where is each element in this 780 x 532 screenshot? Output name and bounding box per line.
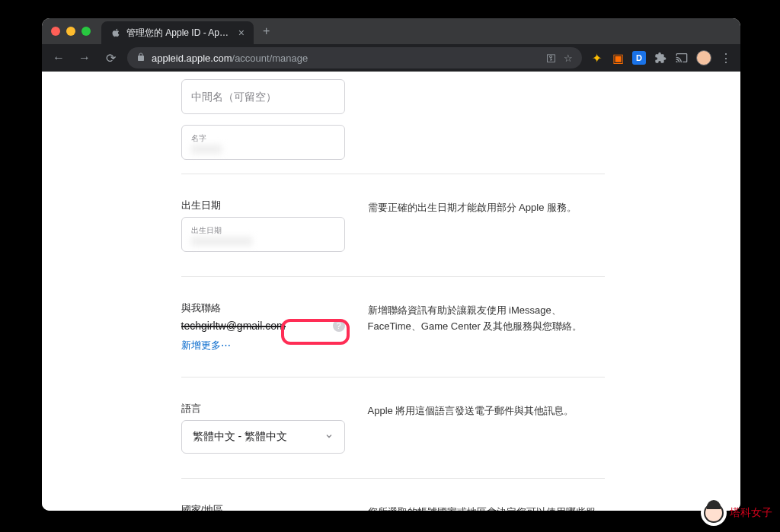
divider (181, 377, 605, 377)
birthdate-label: 出生日期 (181, 199, 345, 212)
browser-window: 管理您的 Apple ID - Apple (台灣 × + ← → ⟳ appl… (42, 18, 740, 511)
tab-close-icon[interactable]: × (238, 27, 245, 39)
reload-button[interactable]: ⟳ (101, 51, 120, 65)
watermark-avatar (701, 500, 727, 526)
birthdate-section: 出生日期 出生日期 需要正確的出生日期才能啟用部分 Apple 服務。 (181, 188, 605, 263)
browser-toolbar: ← → ⟳ appleid.apple.com/account/manage ⚿… (42, 44, 740, 72)
divider (181, 174, 605, 174)
url-text: appleid.apple.com/account/manage (152, 53, 540, 64)
divider (181, 276, 605, 277)
contact-email-row: techgirltw@gmail.com ? (181, 320, 345, 332)
maximize-button[interactable] (82, 27, 91, 36)
new-tab-button[interactable]: + (263, 24, 270, 38)
contact-help: 新增聯絡資訊有助於讓親友使用 iMessage、FaceTime、Game Ce… (368, 301, 605, 352)
chevron-down-icon (324, 431, 334, 443)
watermark: 塔科女子 (701, 500, 772, 526)
region-label: 國家/地區 (181, 503, 345, 511)
star-icon[interactable]: ☆ (564, 53, 573, 64)
birthdate-field-label: 出生日期 (191, 225, 335, 236)
extension-icon-2[interactable]: ▣ (611, 51, 625, 65)
first-name-label: 名字 (191, 133, 335, 144)
back-button[interactable]: ← (50, 51, 68, 65)
key-icon[interactable]: ⚿ (546, 53, 556, 64)
middle-name-field[interactable]: 中間名（可留空） (181, 79, 345, 114)
page-content: 中間名（可留空） 名字 出生日期 出生日期 需要正確的出生日期 (42, 72, 740, 511)
language-section: 語言 繁體中文 - 繁體中文 Apple 將用這個語言發送電子郵件與其他訊息。 (181, 391, 605, 464)
extension-icon-3[interactable]: D (632, 51, 646, 65)
region-help: 您所選取的帳號國家或地區會決定您可以使用哪些服務及付款方式。 (368, 503, 605, 511)
cast-icon[interactable] (675, 51, 689, 65)
birthdate-field[interactable]: 出生日期 (181, 217, 345, 252)
browser-tab[interactable]: 管理您的 Apple ID - Apple (台灣 × (101, 21, 254, 44)
menu-icon[interactable]: ⋮ (719, 51, 733, 65)
tab-title: 管理您的 Apple ID - Apple (台灣 (126, 27, 230, 40)
language-label: 語言 (181, 402, 345, 416)
contact-email: techgirltw@gmail.com (181, 320, 286, 332)
info-icon[interactable]: ? (333, 320, 345, 332)
region-section: 國家/地區 日本 您所選取的帳號國家或地區會決定您可以使用哪些服務及付款方式。 (181, 492, 605, 511)
apple-favicon (110, 27, 121, 38)
divider (181, 478, 605, 479)
language-select[interactable]: 繁體中文 - 繁體中文 (181, 420, 345, 454)
contact-label: 與我聯絡 (181, 301, 345, 315)
language-value: 繁體中文 - 繁體中文 (193, 430, 287, 444)
url-actions: ⚿ ☆ (546, 53, 573, 64)
strikethrough (181, 326, 286, 327)
add-more-link[interactable]: 新增更多⋯ (181, 339, 231, 352)
toolbar-extensions: ✦ ▣ D ⋮ (590, 50, 733, 65)
lock-icon (136, 53, 145, 64)
profile-avatar[interactable] (696, 50, 711, 65)
contact-section: 與我聯絡 techgirltw@gmail.com ? 新增更多⋯ 新增聯絡資訊… (181, 291, 605, 363)
birthdate-help: 需要正確的出生日期才能啟用部分 Apple 服務。 (368, 199, 605, 252)
minimize-button[interactable] (66, 27, 75, 36)
address-bar[interactable]: appleid.apple.com/account/manage ⚿ ☆ (127, 47, 582, 68)
first-name-field[interactable]: 名字 (181, 125, 345, 160)
extension-icon-1[interactable]: ✦ (590, 51, 603, 65)
language-help: Apple 將用這個語言發送電子郵件與其他訊息。 (368, 402, 605, 454)
titlebar: 管理您的 Apple ID - Apple (台灣 × + (42, 18, 740, 44)
close-button[interactable] (51, 27, 60, 36)
first-name-value-blurred (191, 145, 222, 154)
window-controls (51, 27, 91, 36)
extensions-icon[interactable] (654, 51, 667, 65)
middle-name-placeholder: 中間名（可留空） (191, 91, 335, 104)
forward-button[interactable]: → (75, 51, 94, 65)
birthdate-value-blurred (191, 237, 252, 246)
watermark-text: 塔科女子 (730, 506, 772, 520)
